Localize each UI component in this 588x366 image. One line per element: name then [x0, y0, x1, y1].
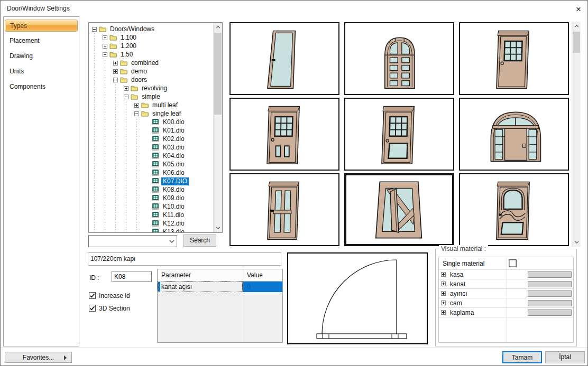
search-button[interactable]: Search: [183, 234, 216, 247]
door-open-diagonal[interactable]: [344, 173, 454, 246]
material-color-button[interactable]: [528, 300, 572, 306]
expand-icon[interactable]: [124, 86, 128, 91]
search-combobox[interactable]: [88, 235, 177, 247]
search-input[interactable]: [89, 236, 167, 247]
scroll-up-icon[interactable]: [572, 22, 581, 31]
material-row-kaplama[interactable]: kaplama: [439, 308, 573, 317]
scroll-down-icon[interactable]: [572, 238, 581, 247]
scrollbar-thumb[interactable]: [214, 33, 222, 115]
id-input[interactable]: [112, 271, 152, 282]
tree-item-1-100[interactable]: 1.100: [89, 33, 213, 42]
collapse-icon[interactable]: [113, 78, 118, 82]
sidebar-item-drawing[interactable]: Drawing: [5, 49, 78, 63]
tree-item-demo[interactable]: demo: [89, 67, 213, 76]
expand-icon[interactable]: [441, 281, 446, 286]
tree-guide-line: [105, 202, 105, 211]
expand-icon[interactable]: [441, 291, 446, 296]
tree-item-k09-dio[interactable]: K09.dio: [89, 194, 213, 202]
material-row-ay-r-c[interactable]: ayırıcı: [439, 289, 573, 298]
expand-icon[interactable]: [113, 61, 118, 65]
sidebar-item-placement[interactable]: Placement: [5, 33, 78, 48]
expand-icon[interactable]: [441, 301, 446, 305]
tree-item-k08-dio[interactable]: K08.dio: [89, 185, 213, 194]
parameter-row[interactable]: kanat açısı0: [158, 281, 282, 292]
material-row-kanat[interactable]: kanat: [439, 279, 573, 289]
sidebar-item-units[interactable]: Units: [5, 64, 78, 78]
door-panes-glass-bottom[interactable]: [344, 98, 454, 171]
tree-item-k06-dio[interactable]: K06.dio: [89, 168, 213, 177]
collapse-icon[interactable]: [124, 95, 128, 99]
scroll-down-icon[interactable]: [214, 223, 222, 232]
tree-item-doors-windows[interactable]: Doors/Windows: [89, 25, 213, 33]
tree-item-k02-dio[interactable]: K02.dio: [89, 135, 213, 143]
file-icon: [152, 127, 159, 134]
expand-icon[interactable]: [103, 44, 107, 49]
tree-scrollbar[interactable]: [213, 23, 222, 232]
tree-guide-line: [105, 228, 105, 232]
door-two-strips[interactable]: [229, 173, 339, 246]
close-icon[interactable]: ×: [572, 3, 585, 16]
tree-item-k00-dio[interactable]: K00.dio: [89, 118, 213, 126]
material-color-button[interactable]: [528, 309, 572, 316]
tree-item-combined[interactable]: combined: [89, 59, 213, 67]
material-row-kasa[interactable]: kasa: [439, 270, 573, 279]
tree-item-k03-dio[interactable]: K03.dio: [89, 143, 213, 152]
scrollbar-thumb[interactable]: [573, 32, 580, 53]
tree-item-k07-dio[interactable]: K07.DIO: [89, 177, 213, 185]
description-field[interactable]: 107/220cm kapı: [88, 252, 281, 266]
tree-item-k01-dio[interactable]: K01.dio: [89, 126, 213, 135]
tree-item-label: K08.dio: [161, 186, 186, 194]
tree-item-k10-dio[interactable]: K10.dio: [89, 202, 213, 211]
collapse-icon[interactable]: [92, 27, 97, 32]
tree-item-k05-dio[interactable]: K05.dio: [89, 160, 213, 168]
tree-item-k11-dio[interactable]: K11.dio: [89, 211, 213, 219]
tree-item-k12-dio[interactable]: K12.dio: [89, 219, 213, 228]
tree-item-1-50[interactable]: 1.50: [89, 50, 213, 59]
tree-item-doors[interactable]: doors: [89, 76, 213, 84]
tree-guide-line: [105, 84, 105, 92]
tree-item-1-200[interactable]: 1.200: [89, 42, 213, 50]
door-arch-window[interactable]: [459, 173, 569, 246]
door-arched-entry[interactable]: [459, 98, 569, 171]
favorites-button[interactable]: Favorites...: [5, 352, 72, 363]
tree-item-single-leaf[interactable]: single leaf: [89, 109, 213, 118]
door-panes-two-panels[interactable]: [229, 98, 339, 171]
tree-item-k13-dio[interactable]: K13.dio: [89, 228, 213, 232]
checkbox-3d-section[interactable]: 3D Section: [89, 304, 130, 312]
material-value-cell: [507, 309, 573, 316]
door-plain-glass[interactable]: [229, 22, 339, 95]
single-material-row[interactable]: Single material: [439, 257, 573, 270]
cancel-button[interactable]: İptal: [545, 351, 585, 363]
checkbox-increase-id[interactable]: Increase id: [89, 292, 130, 299]
checkbox-checked-icon[interactable]: [89, 305, 96, 312]
checkbox-checked-icon[interactable]: [89, 292, 96, 299]
material-color-button[interactable]: [528, 271, 572, 278]
expand-icon[interactable]: [441, 310, 446, 315]
expand-icon[interactable]: [103, 35, 107, 40]
tree-guide-line: [126, 202, 126, 211]
material-color-button[interactable]: [528, 281, 572, 287]
material-row-cam[interactable]: cam: [439, 298, 573, 308]
collapse-icon[interactable]: [103, 52, 107, 57]
door-panes-top[interactable]: [459, 22, 569, 95]
expand-icon[interactable]: [441, 272, 446, 277]
tree-item-multi-leaf[interactable]: multi leaf: [89, 101, 213, 109]
material-color-button[interactable]: [528, 290, 572, 297]
ok-button[interactable]: Tamam: [502, 351, 542, 363]
expand-icon[interactable]: [134, 103, 139, 108]
scroll-up-icon[interactable]: [214, 23, 222, 32]
sidebar-item-types[interactable]: Types: [5, 20, 78, 32]
tree-item-simple[interactable]: simple: [89, 92, 213, 101]
parameter-value[interactable]: 0: [243, 281, 282, 292]
door-arched-grid[interactable]: [344, 22, 454, 95]
parameter-table: Parameter Value kanat açısı0: [157, 269, 283, 343]
tree-item-k04-dio[interactable]: K04.dio: [89, 152, 213, 160]
tree-guide-line: [115, 168, 116, 177]
sidebar-item-components[interactable]: Components: [5, 79, 78, 93]
preview-scrollbar[interactable]: [572, 22, 581, 247]
chevron-down-icon[interactable]: [167, 236, 177, 247]
expand-icon[interactable]: [113, 69, 118, 74]
collapse-icon[interactable]: [134, 111, 139, 116]
tree-item-revolving[interactable]: revolving: [89, 84, 213, 92]
single-material-checkbox[interactable]: [509, 259, 517, 267]
